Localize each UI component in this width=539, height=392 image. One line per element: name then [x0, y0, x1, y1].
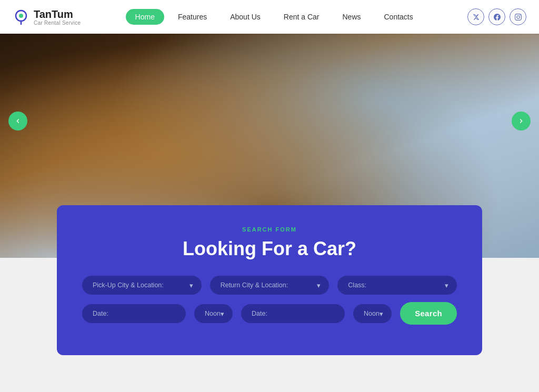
- search-row-1: Pick-Up City & Location: New York Los An…: [82, 276, 457, 295]
- carousel-prev-button[interactable]: [8, 112, 27, 130]
- logo-icon: [13, 8, 29, 25]
- chevron-right-icon: [517, 117, 525, 125]
- search-section: SEARCH FORM Looking For a Car? Pick-Up C…: [57, 205, 482, 355]
- twitter-icon: [473, 14, 480, 21]
- pickup-select[interactable]: Pick-Up City & Location: New York Los An…: [93, 282, 191, 289]
- social-icons: [467, 8, 526, 25]
- search-button[interactable]: Search: [400, 302, 457, 325]
- pickup-date-input[interactable]: [82, 304, 186, 323]
- instagram-icon: [515, 14, 522, 21]
- nav-contacts[interactable]: Contacts: [375, 9, 423, 25]
- twitter-button[interactable]: [467, 8, 484, 25]
- search-section-title: Looking For a Car?: [82, 238, 457, 260]
- pickup-noon-select[interactable]: Noon Morning Afternoon Evening Night: [205, 310, 222, 317]
- class-select[interactable]: Class: Economy Standard Premium Luxury: [348, 282, 446, 289]
- return-select-wrapper[interactable]: Return City & Location: New York Los Ang…: [210, 276, 330, 295]
- return-date-input[interactable]: [241, 304, 345, 323]
- chevron-left-icon: [14, 117, 22, 125]
- logo-text: TanTum Car Rental Service: [34, 8, 81, 26]
- return-select[interactable]: Return City & Location: New York Los Ang…: [221, 282, 319, 289]
- logo-subtitle: Car Rental Service: [34, 20, 81, 26]
- return-noon-wrapper[interactable]: Noon Morning Afternoon Evening Night: [353, 304, 392, 323]
- pickup-noon-wrapper[interactable]: Noon Morning Afternoon Evening Night: [194, 304, 233, 323]
- class-select-wrapper[interactable]: Class: Economy Standard Premium Luxury: [337, 276, 457, 295]
- search-section-label: SEARCH FORM: [82, 226, 457, 233]
- nav-home[interactable]: Home: [126, 9, 164, 25]
- nav-news[interactable]: News: [333, 9, 370, 25]
- carousel-next-button[interactable]: [512, 112, 531, 130]
- pickup-select-wrapper[interactable]: Pick-Up City & Location: New York Los An…: [82, 276, 202, 295]
- main-nav: Home Features About Us Rent a Car News C…: [126, 9, 423, 25]
- facebook-button[interactable]: [488, 8, 505, 25]
- logo-title: TanTum: [34, 8, 81, 20]
- nav-features[interactable]: Features: [168, 9, 216, 25]
- logo: TanTum Car Rental Service: [13, 8, 81, 26]
- facebook-icon: [494, 14, 501, 21]
- svg-point-1: [19, 14, 23, 18]
- header: TanTum Car Rental Service Home Features …: [0, 0, 539, 34]
- instagram-button[interactable]: [510, 8, 526, 25]
- nav-rent[interactable]: Rent a Car: [274, 9, 329, 25]
- nav-about[interactable]: About Us: [221, 9, 270, 25]
- return-noon-select[interactable]: Noon Morning Afternoon Evening Night: [364, 310, 381, 317]
- search-row-2: Noon Morning Afternoon Evening Night Noo…: [82, 302, 457, 325]
